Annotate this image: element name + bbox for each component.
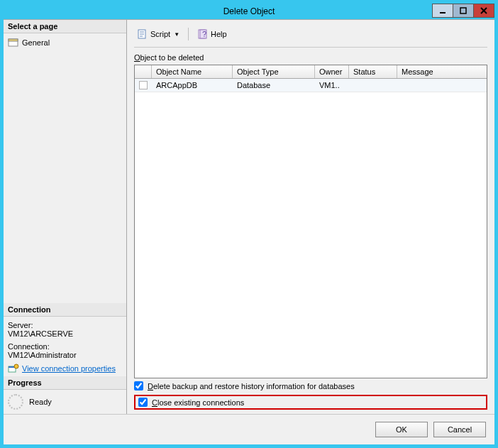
svg-text:?: ?: [202, 30, 206, 38]
col-owner[interactable]: Owner: [315, 65, 349, 78]
toolbar: Script ▼ ? Help: [134, 24, 487, 48]
connection-label: Connection:: [8, 342, 122, 351]
help-icon: ?: [197, 28, 209, 40]
ok-button[interactable]: OK: [375, 422, 428, 437]
view-connection-properties-link[interactable]: View connection properties: [8, 364, 122, 373]
cell-message: [397, 79, 487, 92]
cell-status: [349, 79, 397, 92]
titlebar: Delete Object: [4, 4, 494, 19]
progress-text: Ready: [29, 398, 52, 406]
delete-history-label[interactable]: Delete backup and restore history inform…: [148, 382, 355, 390]
maximize-button[interactable]: [453, 4, 474, 18]
col-object-type[interactable]: Object Type: [233, 65, 315, 78]
server-value: VM12\ARCSERVE: [8, 329, 122, 338]
table-row[interactable]: ARCAppDB Database VM1..: [135, 79, 487, 92]
close-connections-checkbox[interactable]: [138, 398, 148, 407]
window-title: Delete Object: [4, 6, 494, 16]
left-pane: Select a page General Connection Server:…: [4, 20, 127, 414]
help-button[interactable]: ? Help: [194, 27, 230, 41]
cancel-button[interactable]: Cancel: [433, 422, 486, 437]
close-icon: [480, 7, 487, 14]
chevron-down-icon: ▼: [174, 31, 179, 38]
sidebar-page-general[interactable]: General: [8, 36, 122, 49]
script-icon: [137, 28, 148, 40]
svg-rect-1: [460, 8, 466, 13]
view-connection-properties-label: View connection properties: [22, 364, 116, 373]
connection-value: VM12\Administrator: [8, 351, 122, 359]
grid-header: Object Name Object Type Owner Status Mes…: [135, 65, 487, 79]
page-icon: [8, 38, 19, 48]
delete-history-checkbox[interactable]: [134, 381, 143, 390]
col-icon[interactable]: [135, 65, 152, 78]
right-pane: Script ▼ ? Help Object to be deleted: [127, 20, 494, 414]
sidebar-page-label: General: [22, 38, 50, 47]
row-icon: [139, 81, 148, 89]
delete-history-row: Delete backup and restore history inform…: [134, 378, 487, 393]
svg-rect-5: [9, 39, 18, 41]
object-grid[interactable]: Object Name Object Type Owner Status Mes…: [134, 65, 487, 378]
close-connections-row: Close existing connections: [134, 395, 487, 410]
dialog-buttons: OK Cancel: [4, 414, 494, 444]
connection-header: Connection: [4, 303, 126, 317]
toolbar-separator: [188, 28, 189, 40]
list-caption: Object to be deleted: [134, 53, 487, 62]
select-page-header: Select a page: [4, 20, 126, 33]
cell-owner: VM1..: [315, 79, 349, 92]
close-connections-label[interactable]: Close existing connections: [152, 398, 244, 407]
maximize-icon: [460, 7, 467, 14]
script-label: Script: [150, 30, 170, 38]
connection-icon: [8, 364, 19, 373]
window-controls: [433, 4, 494, 18]
progress-ring-icon: [8, 394, 23, 410]
delete-object-dialog: Delete Object Select a page: [4, 4, 494, 444]
close-button[interactable]: [473, 4, 494, 18]
cell-name: ARCAppDB: [152, 79, 233, 92]
script-button[interactable]: Script ▼: [134, 27, 182, 41]
minimize-icon: [439, 7, 446, 14]
minimize-button[interactable]: [432, 4, 453, 18]
server-label: Server:: [8, 321, 122, 329]
col-message[interactable]: Message: [397, 65, 487, 78]
col-object-name[interactable]: Object Name: [152, 65, 233, 78]
svg-point-8: [14, 364, 18, 368]
progress-header: Progress: [4, 376, 126, 390]
col-status[interactable]: Status: [349, 65, 397, 78]
help-label: Help: [211, 30, 227, 38]
cell-type: Database: [233, 79, 315, 92]
